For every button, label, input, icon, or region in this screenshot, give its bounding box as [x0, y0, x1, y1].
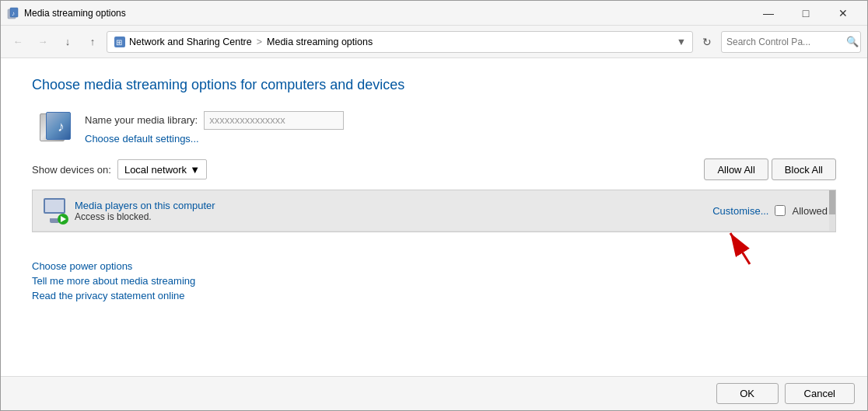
main-window: ♪ Media streaming options — □ ✕ ← → ↓ ↑ …	[0, 0, 868, 411]
scrollbar[interactable]	[829, 190, 835, 231]
block-all-button[interactable]: Block All	[772, 158, 836, 180]
breadcrumb2: Media streaming options	[267, 37, 373, 47]
allow-block-buttons: Allow All Block All	[704, 158, 836, 180]
down-nav-button[interactable]: ↓	[57, 31, 79, 53]
path-icon: ⊞	[114, 36, 126, 48]
path-separator: >	[257, 37, 262, 47]
refresh-button[interactable]: ↻	[696, 31, 718, 53]
devices-dropdown[interactable]: Local network ▼	[117, 159, 207, 179]
choose-power-options-link[interactable]: Choose power options	[32, 260, 836, 272]
table-row: Media players on this computer Access is…	[33, 190, 835, 232]
privacy-statement-link[interactable]: Read the privacy statement online	[32, 290, 836, 301]
allow-all-button[interactable]: Allow All	[704, 158, 768, 180]
address-dropdown-icon[interactable]: ▼	[677, 37, 686, 47]
device-list: Media players on this computer Access is…	[32, 190, 836, 232]
title-bar: ♪ Media streaming options — □ ✕	[1, 1, 867, 26]
customise-link[interactable]: Customise...	[712, 205, 768, 217]
show-devices-label: Show devices on:	[32, 164, 111, 176]
content-area: Choose media streaming options for compu…	[1, 58, 867, 376]
window-title: Media streaming options	[24, 8, 751, 19]
choose-default-link[interactable]: Choose default settings...	[85, 133, 344, 145]
media-library-row: ♪ Name your media library: Choose defaul…	[38, 109, 836, 146]
forward-button[interactable]: →	[32, 31, 54, 53]
svg-text:⊞: ⊞	[116, 38, 122, 47]
devices-dropdown-value: Local network	[124, 164, 187, 176]
allowed-label: Allowed	[792, 205, 828, 217]
up-button[interactable]: ↑	[82, 31, 103, 53]
svg-text:♪: ♪	[12, 10, 15, 17]
media-library-info: Name your media library: Choose default …	[85, 111, 344, 145]
media-lib-name-input[interactable]	[204, 111, 344, 130]
show-devices-row: Show devices on: Local network ▼ Allow A…	[32, 158, 836, 180]
device-info: Media players on this computer Access is…	[75, 200, 706, 222]
media-library-icon: ♪	[38, 109, 75, 146]
breadcrumb1: Network and Sharing Centre	[129, 37, 252, 47]
ok-button[interactable]: OK	[716, 383, 779, 404]
dropdown-arrow-icon: ▼	[190, 164, 200, 176]
search-input[interactable]	[726, 37, 843, 47]
window-controls: — □ ✕	[751, 1, 861, 26]
maximize-button[interactable]: □	[788, 1, 824, 26]
search-icon: 🔍	[846, 36, 859, 47]
window-icon: ♪	[7, 7, 19, 19]
device-controls: Customise... Allowed	[712, 205, 828, 217]
media-lib-label-row: Name your media library:	[85, 111, 344, 130]
links-section: Choose power options Tell me more about …	[32, 260, 836, 301]
device-icon	[40, 197, 68, 225]
address-path[interactable]: ⊞ Network and Sharing Centre > Media str…	[107, 31, 693, 53]
address-bar: ← → ↓ ↑ ⊞ Network and Sharing Centre > M…	[1, 26, 867, 58]
minimize-button[interactable]: —	[751, 1, 786, 26]
close-button[interactable]: ✕	[825, 1, 861, 26]
svg-line-6	[730, 233, 750, 264]
media-lib-label-text: Name your media library:	[85, 114, 198, 126]
bottom-bar: OK Cancel	[1, 376, 867, 410]
back-button[interactable]: ←	[7, 31, 29, 53]
cancel-button[interactable]: Cancel	[785, 383, 855, 404]
device-name: Media players on this computer	[75, 200, 706, 211]
media-streaming-info-link[interactable]: Tell me more about media streaming	[32, 275, 836, 287]
device-status: Access is blocked.	[75, 211, 706, 222]
search-box[interactable]: 🔍	[721, 31, 861, 53]
page-title: Choose media streaming options for compu…	[32, 77, 836, 93]
scrollbar-thumb	[829, 190, 835, 214]
allowed-checkbox[interactable]	[775, 205, 786, 216]
